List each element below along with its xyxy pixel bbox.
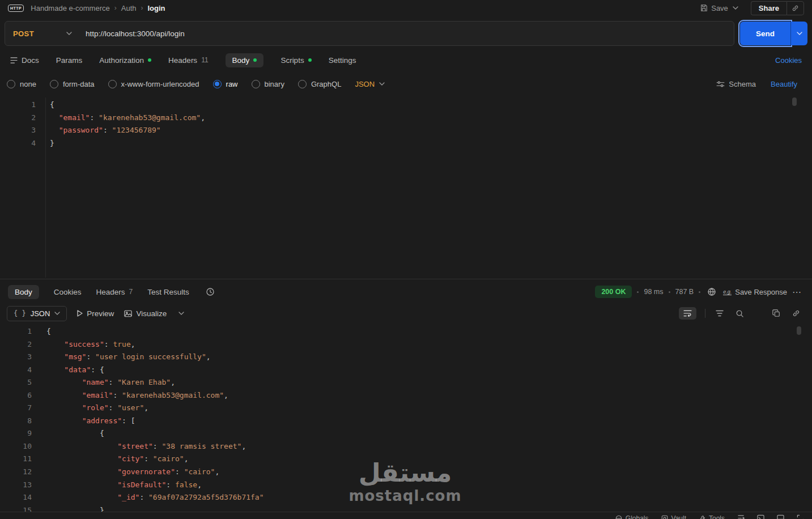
code-line: 2 "email": "karenehab53@gmail.com", [0, 112, 803, 125]
copy-icon [772, 309, 780, 317]
link-icon [792, 309, 800, 317]
tab-settings[interactable]: Settings [329, 56, 356, 65]
response-toolbar: { } JSON Preview Visualize [0, 304, 812, 323]
copy-link-button[interactable] [787, 1, 804, 15]
chevron-down-icon [733, 6, 738, 10]
play-icon [77, 310, 83, 317]
dot-separator [669, 291, 670, 293]
network-info-button[interactable] [705, 286, 718, 298]
send-button[interactable]: Send [740, 22, 790, 45]
response-size[interactable]: 787 B [675, 288, 694, 296]
vault-button[interactable]: Vault [661, 514, 686, 519]
radio-checked-icon [213, 80, 222, 88]
send-options-chevron[interactable] [790, 22, 807, 45]
preview-button[interactable]: Preview [77, 309, 114, 318]
body-type-urlencoded[interactable]: x-www-form-urlencoded [108, 80, 199, 88]
green-dot-indicator [148, 58, 151, 62]
green-dot-indicator [308, 58, 312, 62]
panel-bottom-icon [777, 514, 784, 519]
code-line: 5 "name": "Karen Ehab", [0, 376, 803, 389]
code-line: 4} [0, 137, 803, 150]
tab-params[interactable]: Params [56, 56, 83, 65]
scrollbar-thumb[interactable] [797, 326, 801, 335]
response-format-selector[interactable]: { } JSON [7, 306, 67, 321]
copy-button[interactable] [771, 308, 782, 319]
code-line: 1{ [0, 325, 803, 338]
code-line: 12 "governorate": "cairo", [0, 466, 803, 479]
save-options-chevron[interactable] [733, 6, 738, 10]
body-type-binary[interactable]: binary [252, 80, 284, 88]
expand-button[interactable] [797, 514, 804, 519]
search-icon [736, 309, 744, 318]
wrap-text-button[interactable] [679, 307, 696, 320]
docs-icon [10, 57, 18, 63]
line-number: 1 [0, 325, 32, 338]
visualize-button[interactable]: Visualize [124, 309, 167, 318]
code-line: 10 "street": "38 ramsis street", [0, 440, 803, 453]
breadcrumb: Handmade e-commerce › Auth › login [31, 4, 165, 12]
console-button[interactable] [757, 514, 764, 519]
cookies-link[interactable]: Cookies [775, 56, 802, 65]
raw-language-selector[interactable]: JSON [355, 80, 385, 88]
chevron-right-icon: › [141, 4, 143, 12]
body-type-raw[interactable]: raw [213, 80, 238, 88]
tools-button[interactable]: Tools [699, 514, 725, 519]
save-icon [700, 4, 708, 12]
radio-icon [298, 80, 307, 88]
response-tab-cookies[interactable]: Cookies [54, 288, 82, 296]
response-tab-body[interactable]: Body [8, 285, 39, 299]
body-type-none[interactable]: none [7, 80, 36, 88]
send-group: Send [740, 22, 807, 45]
expand-icon [797, 514, 804, 519]
body-type-form-data[interactable]: form-data [50, 80, 95, 88]
url-input[interactable] [80, 29, 734, 38]
panel-bottom-button[interactable] [777, 514, 784, 519]
response-time[interactable]: 98 ms [644, 288, 663, 296]
request-body-editor[interactable]: 1{2 "email": "karenehab53@gmail.com",3 "… [0, 96, 803, 279]
status-badge[interactable]: 200 OK [595, 286, 632, 298]
tab-headers[interactable]: Headers 11 [168, 56, 209, 65]
tab-body[interactable]: Body [226, 53, 264, 67]
globals-button[interactable]: Globals [615, 514, 649, 519]
dot-separator [637, 291, 639, 293]
tab-authorization[interactable]: Authorization [99, 56, 151, 65]
body-type-graphql[interactable]: GraphQL [298, 80, 341, 88]
tools-icon [699, 515, 705, 519]
code-line: 6 "email": "karenehab53@gmail.com", [0, 389, 803, 402]
line-number: 6 [0, 389, 32, 402]
response-tab-test-results[interactable]: Test Results [147, 288, 189, 296]
body-bar-actions: Schema Beautify [716, 80, 805, 88]
response-tab-headers[interactable]: Headers 7 [96, 288, 133, 296]
method-selector[interactable]: POST [5, 29, 80, 38]
chevron-down-icon [379, 82, 385, 86]
topbar: HTTP Handmade e-commerce › Auth › login … [0, 0, 812, 16]
breadcrumb-request-name[interactable]: login [147, 4, 165, 12]
save-button[interactable]: Save [700, 4, 728, 12]
response-history-button[interactable] [204, 286, 216, 298]
chevron-down-icon [54, 312, 60, 315]
beautify-button[interactable]: Beautify [771, 80, 797, 88]
scrollbar-thumb[interactable] [792, 97, 797, 106]
filter-button[interactable] [714, 308, 725, 318]
tab-scripts[interactable]: Scripts [280, 56, 311, 65]
search-button[interactable] [734, 308, 746, 320]
line-number: 8 [0, 415, 32, 428]
example-icon: e.g. [723, 289, 732, 295]
request-url-row: POST Send [5, 20, 807, 46]
link-button[interactable] [790, 308, 802, 319]
console-icon [757, 514, 764, 519]
response-body-viewer[interactable]: 1{2 "success": true,3 "msg": "user login… [0, 325, 803, 519]
statusbar: Globals Vault Tools [0, 512, 812, 519]
response-more-options-button[interactable]: ⋯ [792, 287, 802, 297]
runner-button[interactable] [737, 514, 745, 519]
breadcrumb-folder[interactable]: Auth [121, 4, 137, 12]
save-response-button[interactable]: e.g. Save Response [723, 288, 787, 296]
schema-button[interactable]: Schema [716, 80, 756, 88]
breadcrumb-workspace[interactable]: Handmade e-commerce [31, 4, 109, 12]
runner-icon [737, 514, 745, 519]
braces-icon: { } [14, 309, 26, 317]
tab-docs[interactable]: Docs [10, 56, 39, 65]
share-button[interactable]: Share [751, 1, 787, 15]
line-number: 12 [0, 466, 32, 479]
visualize-options-chevron[interactable] [177, 310, 186, 317]
